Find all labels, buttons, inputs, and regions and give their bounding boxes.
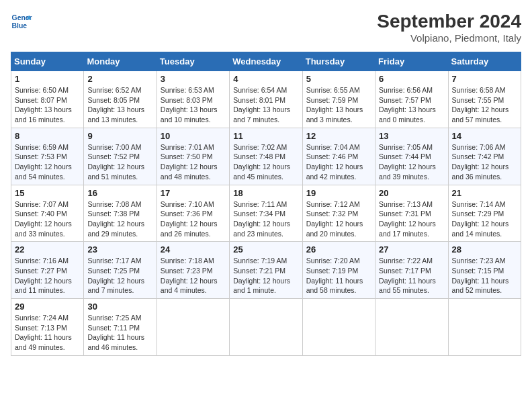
calendar-week-row: 1Sunrise: 6:50 AMSunset: 8:07 PMDaylight…	[11, 71, 521, 128]
cell-details: Sunrise: 6:54 AMSunset: 8:01 PMDaylight:…	[233, 85, 298, 125]
day-number: 29	[15, 302, 80, 312]
calendar-cell: 26Sunrise: 7:20 AMSunset: 7:19 PMDayligh…	[302, 242, 375, 299]
day-number: 24	[161, 244, 226, 255]
calendar-cell: 14Sunrise: 7:06 AMSunset: 7:42 PMDayligh…	[448, 128, 521, 185]
cell-details: Sunrise: 7:05 AMSunset: 7:44 PMDaylight:…	[379, 142, 444, 182]
day-number: 11	[233, 131, 298, 141]
cell-details: Sunrise: 7:18 AMSunset: 7:23 PMDaylight:…	[161, 256, 226, 295]
calendar-cell: 25Sunrise: 7:19 AMSunset: 7:21 PMDayligh…	[230, 242, 302, 299]
cell-details: Sunrise: 6:59 AMSunset: 7:53 PMDaylight:…	[15, 142, 80, 182]
col-header-sunday: Sunday	[11, 52, 84, 71]
day-number: 10	[161, 131, 226, 141]
cell-details: Sunrise: 7:10 AMSunset: 7:36 PMDaylight:…	[161, 199, 226, 239]
cell-details: Sunrise: 7:14 AMSunset: 7:29 PMDaylight:…	[452, 199, 517, 239]
calendar-cell: 12Sunrise: 7:04 AMSunset: 7:46 PMDayligh…	[302, 128, 375, 185]
calendar-cell	[157, 299, 229, 356]
cell-details: Sunrise: 7:12 AMSunset: 7:32 PMDaylight:…	[306, 199, 371, 239]
calendar-cell: 1Sunrise: 6:50 AMSunset: 8:07 PMDaylight…	[11, 71, 84, 128]
day-number: 1	[15, 74, 80, 84]
day-number: 12	[306, 131, 371, 141]
col-header-monday: Monday	[84, 52, 157, 71]
cell-details: Sunrise: 7:13 AMSunset: 7:31 PMDaylight:…	[379, 199, 444, 239]
day-number: 23	[87, 244, 152, 255]
col-header-tuesday: Tuesday	[157, 52, 229, 71]
cell-details: Sunrise: 7:23 AMSunset: 7:15 PMDaylight:…	[452, 256, 517, 295]
calendar-cell: 15Sunrise: 7:07 AMSunset: 7:40 PMDayligh…	[11, 185, 84, 242]
col-header-saturday: Saturday	[448, 52, 521, 71]
logo: General Blue	[11, 11, 32, 32]
calendar-body: 1Sunrise: 6:50 AMSunset: 8:07 PMDaylight…	[11, 71, 521, 356]
day-number: 13	[379, 131, 444, 141]
day-number: 15	[15, 188, 80, 198]
calendar-week-row: 22Sunrise: 7:16 AMSunset: 7:27 PMDayligh…	[11, 242, 521, 299]
calendar-cell: 28Sunrise: 7:23 AMSunset: 7:15 PMDayligh…	[448, 242, 521, 299]
day-number: 5	[306, 74, 371, 84]
calendar-cell: 24Sunrise: 7:18 AMSunset: 7:23 PMDayligh…	[157, 242, 229, 299]
cell-details: Sunrise: 6:56 AMSunset: 7:57 PMDaylight:…	[379, 85, 444, 125]
calendar-week-row: 29Sunrise: 7:24 AMSunset: 7:13 PMDayligh…	[11, 299, 521, 356]
calendar-week-row: 15Sunrise: 7:07 AMSunset: 7:40 PMDayligh…	[11, 185, 521, 242]
cell-details: Sunrise: 7:06 AMSunset: 7:42 PMDaylight:…	[452, 142, 517, 182]
calendar-cell: 29Sunrise: 7:24 AMSunset: 7:13 PMDayligh…	[11, 299, 84, 356]
day-number: 30	[87, 302, 152, 312]
day-number: 9	[87, 131, 152, 141]
calendar-cell: 16Sunrise: 7:08 AMSunset: 7:38 PMDayligh…	[84, 185, 157, 242]
calendar-cell: 4Sunrise: 6:54 AMSunset: 8:01 PMDaylight…	[230, 71, 302, 128]
calendar-cell: 20Sunrise: 7:13 AMSunset: 7:31 PMDayligh…	[375, 185, 448, 242]
calendar-cell: 27Sunrise: 7:22 AMSunset: 7:17 PMDayligh…	[375, 242, 448, 299]
cell-details: Sunrise: 7:24 AMSunset: 7:13 PMDaylight:…	[15, 313, 80, 353]
calendar-cell: 2Sunrise: 6:52 AMSunset: 8:05 PMDaylight…	[84, 71, 157, 128]
calendar-cell: 23Sunrise: 7:17 AMSunset: 7:25 PMDayligh…	[84, 242, 157, 299]
calendar-header-row: SundayMondayTuesdayWednesdayThursdayFrid…	[11, 52, 521, 71]
calendar-cell: 19Sunrise: 7:12 AMSunset: 7:32 PMDayligh…	[302, 185, 375, 242]
logo-icon: General Blue	[11, 11, 32, 32]
calendar-cell: 11Sunrise: 7:02 AMSunset: 7:48 PMDayligh…	[230, 128, 302, 185]
day-number: 19	[306, 188, 371, 198]
page-subtitle: Volpiano, Piedmont, Italy	[377, 32, 521, 44]
calendar-cell	[302, 299, 375, 356]
page-header: General Blue September 2024 Volpiano, Pi…	[11, 11, 521, 44]
day-number: 22	[15, 244, 80, 255]
cell-details: Sunrise: 6:53 AMSunset: 8:03 PMDaylight:…	[161, 85, 226, 125]
cell-details: Sunrise: 7:11 AMSunset: 7:34 PMDaylight:…	[233, 199, 298, 239]
col-header-friday: Friday	[375, 52, 448, 71]
day-number: 8	[15, 131, 80, 141]
calendar-cell: 18Sunrise: 7:11 AMSunset: 7:34 PMDayligh…	[230, 185, 302, 242]
title-block: September 2024 Volpiano, Piedmont, Italy	[377, 11, 521, 44]
calendar-cell: 22Sunrise: 7:16 AMSunset: 7:27 PMDayligh…	[11, 242, 84, 299]
cell-details: Sunrise: 7:07 AMSunset: 7:40 PMDaylight:…	[15, 199, 80, 239]
col-header-thursday: Thursday	[302, 52, 375, 71]
cell-details: Sunrise: 7:20 AMSunset: 7:19 PMDaylight:…	[306, 256, 371, 295]
cell-details: Sunrise: 7:17 AMSunset: 7:25 PMDaylight:…	[87, 256, 152, 295]
cell-details: Sunrise: 7:08 AMSunset: 7:38 PMDaylight:…	[87, 199, 152, 239]
calendar-week-row: 8Sunrise: 6:59 AMSunset: 7:53 PMDaylight…	[11, 128, 521, 185]
day-number: 21	[452, 188, 517, 198]
svg-text:Blue: Blue	[12, 22, 28, 30]
col-header-wednesday: Wednesday	[230, 52, 302, 71]
page-title: September 2024	[377, 11, 521, 32]
cell-details: Sunrise: 7:19 AMSunset: 7:21 PMDaylight:…	[233, 256, 298, 295]
cell-details: Sunrise: 7:04 AMSunset: 7:46 PMDaylight:…	[306, 142, 371, 182]
calendar-table: SundayMondayTuesdayWednesdayThursdayFrid…	[11, 52, 521, 356]
cell-details: Sunrise: 7:01 AMSunset: 7:50 PMDaylight:…	[161, 142, 226, 182]
day-number: 6	[379, 74, 444, 84]
calendar-cell: 3Sunrise: 6:53 AMSunset: 8:03 PMDaylight…	[157, 71, 229, 128]
calendar-cell	[375, 299, 448, 356]
day-number: 16	[87, 188, 152, 198]
calendar-cell: 21Sunrise: 7:14 AMSunset: 7:29 PMDayligh…	[448, 185, 521, 242]
calendar-cell: 5Sunrise: 6:55 AMSunset: 7:59 PMDaylight…	[302, 71, 375, 128]
calendar-cell: 6Sunrise: 6:56 AMSunset: 7:57 PMDaylight…	[375, 71, 448, 128]
cell-details: Sunrise: 7:02 AMSunset: 7:48 PMDaylight:…	[233, 142, 298, 182]
cell-details: Sunrise: 7:25 AMSunset: 7:11 PMDaylight:…	[87, 313, 152, 353]
cell-details: Sunrise: 7:16 AMSunset: 7:27 PMDaylight:…	[15, 256, 80, 295]
day-number: 14	[452, 131, 517, 141]
day-number: 25	[233, 244, 298, 255]
cell-details: Sunrise: 6:58 AMSunset: 7:55 PMDaylight:…	[452, 85, 517, 125]
day-number: 2	[87, 74, 152, 84]
cell-details: Sunrise: 6:50 AMSunset: 8:07 PMDaylight:…	[15, 85, 80, 125]
cell-details: Sunrise: 6:52 AMSunset: 8:05 PMDaylight:…	[87, 85, 152, 125]
cell-details: Sunrise: 7:00 AMSunset: 7:52 PMDaylight:…	[87, 142, 152, 182]
day-number: 4	[233, 74, 298, 84]
cell-details: Sunrise: 7:22 AMSunset: 7:17 PMDaylight:…	[379, 256, 444, 295]
calendar-cell	[230, 299, 302, 356]
